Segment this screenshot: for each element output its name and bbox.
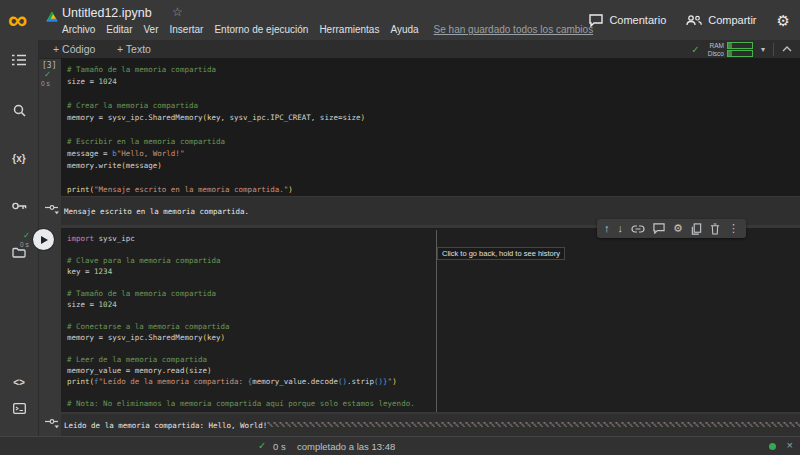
status-check-icon: ✓ [258,440,266,451]
toolbar-right: ✓ RAM Disco ▾ [691,40,792,58]
cell1-code-editor[interactable]: # Tamaño de la memoria compartidasize = … [61,58,800,196]
cell2-output: Leído de la memoria compartida: Hello, W… [61,414,800,436]
connection-status-dot [769,443,776,450]
code-line: key = 1234 [67,266,800,277]
saved-status-link[interactable]: Se han guardado todos los cambios [434,24,594,35]
drive-icon [46,8,58,26]
copy-cell-icon[interactable] [691,223,702,235]
colab-logo-icon[interactable]: ∞ [8,1,27,39]
cell-settings-gear-icon[interactable]: ⚙ [673,223,683,234]
code-line: memory.write(message) [67,160,800,172]
cell1-run-time: 0 s [41,80,50,87]
code-line: size = 1024 [67,76,800,88]
status-exec-time: 0 s [273,441,286,452]
status-bar: ✓ 0 s completado a las 13:48 × [0,436,800,455]
sidebar-item-terminal[interactable] [0,396,38,420]
cell1-output-options-icon[interactable] [44,204,60,215]
settings-gear-icon[interactable]: ⚙ [777,13,790,28]
cell1-output-text: Mensaje escrito en la memoria compartida… [64,207,249,216]
folder-icon [12,247,26,258]
delete-cell-icon[interactable] [710,223,720,235]
menu-bar: ArchivoEditarVerInsertarEntorno de ejecu… [62,24,593,35]
code-line [67,310,800,321]
code-line: memory = sysv_ipc.SharedMemory(key) [67,332,800,343]
code-line: print(f"Leído de la memoria compartida: … [67,376,800,387]
terminal-icon [13,403,26,414]
comment-label: Comentario [609,14,666,26]
close-statusbar-icon[interactable]: × [787,439,793,451]
sidebar-item-search[interactable] [0,98,38,122]
more-actions-icon[interactable]: ⋮ [728,223,739,234]
cell2-output-text: Leído de la memoria compartida: Hello, W… [64,421,267,430]
menu-editar[interactable]: Editar [106,24,132,35]
collapse-toolbar-icon[interactable] [782,46,792,52]
people-icon [686,15,702,26]
menu-archivo[interactable]: Archivo [62,24,95,35]
add-code-button[interactable]: + Código [53,40,95,58]
cell2-output-null-bytes: ␀␀␀␀␀␀␀␀␀␀␀␀␀␀␀␀␀␀␀␀␀␀␀␀␀␀␀␀␀␀␀␀␀␀␀␀␀␀␀␀… [267,420,800,430]
move-cell-down-icon[interactable]: ↓ [618,223,624,234]
code-line: memory_value = memory.read(size) [67,365,800,376]
header-actions: Comentario Compartir ⚙ [589,0,790,40]
share-button[interactable]: Compartir [686,14,756,26]
code-line: memory = sysv_ipc.SharedMemory(key, sysv… [67,112,800,124]
cell2-output-options-icon[interactable] [44,418,60,429]
code-snippets-icon: <> [13,377,25,388]
search-icon [13,104,26,117]
cell2-run-button[interactable] [33,229,54,250]
cell-toolbar: ↑ ↓ ⚙ ⋮ [597,219,746,238]
code-line [67,172,800,184]
add-text-button[interactable]: + Texto [117,40,151,58]
sidebar-item-variables[interactable]: {x} [0,146,38,170]
resources-indicator[interactable]: RAM Disco [708,42,753,57]
code-line: # Escribir en la memoria compartida [67,136,800,148]
toc-icon [12,54,26,66]
sidebar-item-secrets[interactable] [0,194,38,218]
cell2-success-check-icon: ✓ [23,231,30,239]
disk-label: Disco [708,50,724,57]
variables-icon: {x} [12,153,25,164]
code-line [67,343,800,354]
code-line: # Tamaño de la memoria compartida [67,288,800,299]
connected-check-icon: ✓ [691,44,699,55]
disk-usage-bar [727,50,753,57]
cell2-run-time: 0 s [20,241,29,248]
code-line: # Nota: No eliminamos la memoria compart… [67,398,800,409]
code-line: size = 1024 [67,299,800,310]
comment-button[interactable]: Comentario [589,14,666,27]
menu-entorno-de-ejecuci-n[interactable]: Entorno de ejecución [214,24,308,35]
code-line [67,244,800,255]
play-icon [41,236,48,244]
sidebar-item-files[interactable] [0,240,38,264]
code-line: print("Mensaje escrito en la memoria com… [67,184,800,196]
star-icon[interactable]: ☆ [172,5,183,19]
sidebar-item-table-of-contents[interactable] [0,48,38,72]
sidebar-item-code-snippets[interactable]: <> [0,370,38,394]
history-tooltip: Click to go back, hold to see history [437,247,565,260]
code-line [67,124,800,136]
code-line [67,88,800,100]
colab-window: ∞ Untitled12.ipynb ☆ ArchivoEditarVerIns… [0,0,800,455]
comment-icon [589,14,603,27]
menu-ver[interactable]: Ver [143,24,158,35]
code-line: # Crear la memoria compartida [67,100,800,112]
ram-usage-bar [727,42,753,49]
menu-insertar[interactable]: Insertar [170,24,204,35]
add-comment-icon[interactable] [653,223,665,234]
status-completed-message: completado a las 13:48 [297,441,395,452]
cell2-code-editor[interactable]: import sysv_ipc # Clave para la memoria … [61,228,800,412]
cell1-success-check-icon: ✓ [44,70,51,78]
key-icon [12,201,27,211]
move-cell-up-icon[interactable]: ↑ [604,223,610,234]
resources-caret-icon[interactable]: ▾ [761,45,765,54]
menu-herramientas[interactable]: Herramientas [319,24,379,35]
header: ∞ Untitled12.ipynb ☆ ArchivoEditarVerIns… [0,0,800,40]
code-line: # Conectarse a la memoria compartida [67,321,800,332]
notebook-title[interactable]: Untitled12.ipynb [62,6,152,20]
toolbar-divider [773,43,774,56]
notebook-toolbar: + Código + Texto ✓ RAM Disco ▾ [39,40,800,59]
copy-link-icon[interactable] [631,225,645,233]
ram-label: RAM [710,42,724,49]
share-label: Compartir [708,14,756,26]
menu-ayuda[interactable]: Ayuda [390,24,418,35]
